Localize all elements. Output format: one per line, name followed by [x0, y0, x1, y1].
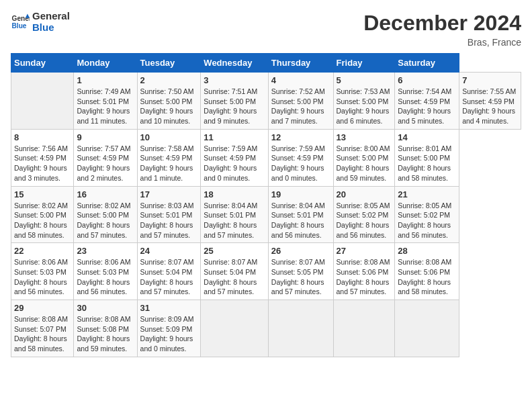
- calendar-cell: 31Sunrise: 8:09 AM Sunset: 5:09 PM Dayli…: [137, 300, 201, 357]
- logo-icon: General Blue: [11, 13, 30, 32]
- day-number: 19: [271, 189, 330, 199]
- day-info: Sunrise: 8:08 AM Sunset: 5:06 PM Dayligh…: [337, 257, 392, 297]
- day-number: 5: [337, 75, 392, 85]
- day-number: 12: [271, 132, 330, 142]
- calendar-cell: 27Sunrise: 8:08 AM Sunset: 5:06 PM Dayli…: [333, 243, 395, 300]
- calendar-cell: 22Sunrise: 8:06 AM Sunset: 5:03 PM Dayli…: [11, 243, 74, 300]
- day-number: 4: [271, 75, 330, 85]
- day-info: Sunrise: 8:07 AM Sunset: 5:05 PM Dayligh…: [271, 257, 330, 297]
- day-number: 11: [204, 132, 265, 142]
- day-info: Sunrise: 8:08 AM Sunset: 5:08 PM Dayligh…: [77, 314, 134, 354]
- weekday-header-saturday: Saturday: [395, 54, 459, 73]
- day-number: 21: [398, 189, 456, 199]
- page-header: General Blue General Blue December 2024 …: [11, 11, 521, 48]
- weekday-header-sunday: Sunday: [11, 54, 74, 73]
- day-info: Sunrise: 7:56 AM Sunset: 4:59 PM Dayligh…: [14, 144, 71, 183]
- calendar-cell: 23Sunrise: 8:06 AM Sunset: 5:03 PM Dayli…: [74, 243, 137, 300]
- day-info: Sunrise: 8:00 AM Sunset: 5:00 PM Dayligh…: [337, 144, 392, 183]
- calendar-cell: 5Sunrise: 7:53 AM Sunset: 5:00 PM Daylig…: [333, 73, 395, 130]
- day-number: 27: [337, 246, 392, 256]
- day-info: Sunrise: 8:03 AM Sunset: 5:01 PM Dayligh…: [140, 201, 198, 240]
- month-title: December 2024: [363, 11, 521, 36]
- weekday-header-row: SundayMondayTuesdayWednesdayThursdayFrid…: [11, 54, 521, 73]
- day-info: Sunrise: 8:02 AM Sunset: 5:00 PM Dayligh…: [14, 201, 71, 240]
- day-info: Sunrise: 8:08 AM Sunset: 5:07 PM Dayligh…: [14, 314, 71, 354]
- calendar-cell: [395, 300, 459, 357]
- calendar-cell: 28Sunrise: 8:08 AM Sunset: 5:06 PM Dayli…: [395, 243, 459, 300]
- svg-text:Blue: Blue: [12, 22, 27, 30]
- day-info: Sunrise: 7:58 AM Sunset: 4:59 PM Dayligh…: [140, 144, 198, 183]
- calendar-cell: 30Sunrise: 8:08 AM Sunset: 5:08 PM Dayli…: [74, 300, 137, 357]
- day-info: Sunrise: 8:05 AM Sunset: 5:02 PM Dayligh…: [398, 201, 456, 240]
- location: Bras, France: [363, 37, 521, 48]
- day-info: Sunrise: 7:59 AM Sunset: 4:59 PM Dayligh…: [204, 144, 265, 183]
- calendar-cell: 18Sunrise: 8:04 AM Sunset: 5:01 PM Dayli…: [201, 186, 268, 243]
- calendar-cell: 9Sunrise: 7:57 AM Sunset: 4:59 PM Daylig…: [74, 129, 137, 186]
- calendar-cell: 6Sunrise: 7:54 AM Sunset: 4:59 PM Daylig…: [395, 73, 459, 130]
- weekday-header-tuesday: Tuesday: [137, 54, 201, 73]
- calendar-cell: 3Sunrise: 7:51 AM Sunset: 5:00 PM Daylig…: [201, 73, 268, 130]
- day-info: Sunrise: 8:06 AM Sunset: 5:03 PM Dayligh…: [14, 257, 71, 297]
- calendar-cell: 21Sunrise: 8:05 AM Sunset: 5:02 PM Dayli…: [395, 186, 459, 243]
- calendar-week-row: 8Sunrise: 7:56 AM Sunset: 4:59 PM Daylig…: [11, 129, 521, 186]
- day-info: Sunrise: 8:02 AM Sunset: 5:00 PM Dayligh…: [77, 201, 134, 240]
- calendar-cell: 24Sunrise: 8:07 AM Sunset: 5:04 PM Dayli…: [137, 243, 201, 300]
- calendar-cell: [268, 300, 333, 357]
- day-info: Sunrise: 8:09 AM Sunset: 5:09 PM Dayligh…: [140, 314, 198, 354]
- calendar-cell: 13Sunrise: 8:00 AM Sunset: 5:00 PM Dayli…: [333, 129, 395, 186]
- calendar-cell: [333, 300, 395, 357]
- day-number: 1: [77, 75, 134, 85]
- day-info: Sunrise: 8:08 AM Sunset: 5:06 PM Dayligh…: [398, 257, 456, 297]
- day-number: 16: [77, 189, 134, 199]
- calendar-cell: 7Sunrise: 7:55 AM Sunset: 4:59 PM Daylig…: [459, 73, 521, 130]
- calendar-cell: 26Sunrise: 8:07 AM Sunset: 5:05 PM Dayli…: [268, 243, 333, 300]
- day-info: Sunrise: 7:59 AM Sunset: 4:59 PM Dayligh…: [271, 144, 330, 183]
- calendar-week-row: 22Sunrise: 8:06 AM Sunset: 5:03 PM Dayli…: [11, 243, 521, 300]
- calendar-cell: 20Sunrise: 8:05 AM Sunset: 5:02 PM Dayli…: [333, 186, 395, 243]
- day-number: 7: [462, 75, 518, 85]
- day-number: 30: [77, 303, 134, 313]
- day-info: Sunrise: 8:04 AM Sunset: 5:01 PM Dayligh…: [271, 201, 330, 240]
- day-number: 2: [140, 75, 198, 85]
- day-number: 26: [271, 246, 330, 256]
- calendar-cell: 11Sunrise: 7:59 AM Sunset: 4:59 PM Dayli…: [201, 129, 268, 186]
- calendar-week-row: 29Sunrise: 8:08 AM Sunset: 5:07 PM Dayli…: [11, 300, 521, 357]
- calendar-cell: 4Sunrise: 7:52 AM Sunset: 5:00 PM Daylig…: [268, 73, 333, 130]
- day-info: Sunrise: 7:49 AM Sunset: 5:01 PM Dayligh…: [77, 87, 134, 126]
- calendar-cell: 17Sunrise: 8:03 AM Sunset: 5:01 PM Dayli…: [137, 186, 201, 243]
- day-info: Sunrise: 8:04 AM Sunset: 5:01 PM Dayligh…: [204, 201, 265, 240]
- day-info: Sunrise: 7:53 AM Sunset: 5:00 PM Dayligh…: [337, 87, 392, 126]
- weekday-header-thursday: Thursday: [268, 54, 333, 73]
- calendar-cell: 12Sunrise: 7:59 AM Sunset: 4:59 PM Dayli…: [268, 129, 333, 186]
- day-info: Sunrise: 7:52 AM Sunset: 5:00 PM Dayligh…: [271, 87, 330, 126]
- logo-blue: Blue: [32, 22, 70, 34]
- day-info: Sunrise: 7:55 AM Sunset: 4:59 PM Dayligh…: [462, 87, 518, 126]
- day-number: 24: [140, 246, 198, 256]
- day-number: 20: [337, 189, 392, 199]
- day-number: 6: [398, 75, 456, 85]
- calendar-cell: 29Sunrise: 8:08 AM Sunset: 5:07 PM Dayli…: [11, 300, 74, 357]
- calendar-cell: [11, 73, 74, 130]
- day-number: 18: [204, 189, 265, 199]
- day-number: 13: [337, 132, 392, 142]
- day-number: 17: [140, 189, 198, 199]
- calendar-cell: 2Sunrise: 7:50 AM Sunset: 5:00 PM Daylig…: [137, 73, 201, 130]
- calendar-cell: 19Sunrise: 8:04 AM Sunset: 5:01 PM Dayli…: [268, 186, 333, 243]
- calendar-table: SundayMondayTuesdayWednesdayThursdayFrid…: [11, 53, 521, 357]
- day-info: Sunrise: 7:51 AM Sunset: 5:00 PM Dayligh…: [204, 87, 265, 126]
- calendar-cell: 16Sunrise: 8:02 AM Sunset: 5:00 PM Dayli…: [74, 186, 137, 243]
- day-info: Sunrise: 7:50 AM Sunset: 5:00 PM Dayligh…: [140, 87, 198, 126]
- title-area: December 2024 Bras, France: [363, 11, 521, 48]
- calendar-cell: [201, 300, 268, 357]
- day-info: Sunrise: 7:54 AM Sunset: 4:59 PM Dayligh…: [398, 87, 456, 126]
- calendar-cell: 8Sunrise: 7:56 AM Sunset: 4:59 PM Daylig…: [11, 129, 74, 186]
- weekday-header-monday: Monday: [74, 54, 137, 73]
- calendar-cell: 10Sunrise: 7:58 AM Sunset: 4:59 PM Dayli…: [137, 129, 201, 186]
- calendar-week-row: 1Sunrise: 7:49 AM Sunset: 5:01 PM Daylig…: [11, 73, 521, 130]
- calendar-cell: 15Sunrise: 8:02 AM Sunset: 5:00 PM Dayli…: [11, 186, 74, 243]
- day-info: Sunrise: 8:06 AM Sunset: 5:03 PM Dayligh…: [77, 257, 134, 297]
- weekday-header-friday: Friday: [333, 54, 395, 73]
- calendar-cell: 14Sunrise: 8:01 AM Sunset: 5:00 PM Dayli…: [395, 129, 459, 186]
- logo: General Blue General Blue: [11, 11, 70, 33]
- day-number: 23: [77, 246, 134, 256]
